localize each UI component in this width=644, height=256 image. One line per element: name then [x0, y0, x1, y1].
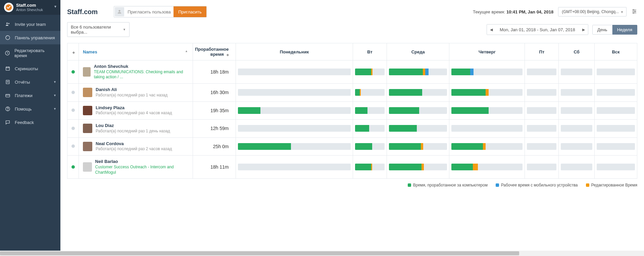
view-day-button[interactable]: День [592, 25, 612, 35]
date-next-button[interactable]: ▶ [579, 25, 588, 35]
sidebar-item-1[interactable]: Панель управления [0, 31, 60, 44]
day-cell[interactable] [387, 156, 449, 179]
day-cell[interactable] [594, 120, 637, 137]
day-cell[interactable] [559, 60, 594, 84]
time-bar [561, 143, 592, 150]
day-cell[interactable] [449, 120, 525, 137]
time-bar [451, 143, 523, 150]
sidebar-item-4[interactable]: Отчёты▼ [0, 75, 60, 89]
day-cell[interactable] [594, 137, 637, 155]
day-cell[interactable] [525, 60, 559, 84]
day-cell[interactable] [353, 60, 387, 84]
day-cell[interactable] [449, 137, 525, 155]
day-cell[interactable] [525, 84, 559, 101]
day-cell[interactable] [559, 137, 594, 155]
time-bar [451, 69, 523, 75]
sidebar-item-5[interactable]: Платежи▼ [0, 89, 60, 102]
day-cell[interactable] [387, 120, 449, 137]
day-cell[interactable] [236, 101, 353, 119]
time-bar [238, 164, 351, 170]
day-cell[interactable] [559, 101, 594, 119]
scrollbar-thumb[interactable] [0, 251, 519, 255]
view-week-button[interactable]: Неделя [612, 25, 637, 35]
status-header[interactable]: ◆ [67, 43, 79, 60]
status-cell [67, 84, 79, 101]
user-cell[interactable]: Lindsey PlazaРаботал(а) последний раз 4 … [79, 101, 193, 119]
day-cell[interactable] [594, 60, 637, 84]
invite-button[interactable]: Пригласить [174, 6, 206, 17]
day-cell[interactable] [236, 60, 353, 84]
user-cell[interactable]: Anton ShevchukTEAM COMMUNICATIONS: Check… [79, 60, 193, 84]
day-cell[interactable] [525, 137, 559, 155]
time-bar [597, 125, 635, 132]
timezone-select[interactable]: (GMT+08:00) Beijing, Chongq... ▼ [558, 7, 627, 16]
day-cell[interactable] [236, 84, 353, 101]
day-cell[interactable] [236, 156, 353, 179]
date-prev-button[interactable]: ◀ [487, 25, 496, 35]
time-bar [389, 164, 447, 170]
nav-icon [5, 21, 11, 27]
day-cell[interactable] [559, 120, 594, 137]
day-cell[interactable] [594, 156, 637, 179]
user-filter-select[interactable]: Все 6 пользователи выбра... ▼ [67, 22, 130, 37]
brand-logo [4, 3, 13, 12]
chevron-down-icon: ▼ [53, 94, 56, 97]
brand-title: Staff.com [16, 3, 43, 8]
date-range[interactable]: Mon, Jan 01, 2018 - Sun, Jan 07, 2018 [496, 27, 579, 32]
sidebar-item-3[interactable]: Скриншоты [0, 62, 60, 75]
chevron-down-icon: ▼ [621, 10, 624, 14]
user-cell[interactable]: Lou DiazРаботал(а) последний раз 1 день … [79, 120, 193, 137]
time-bar [389, 143, 447, 150]
sidebar-item-2[interactable]: Редактировать время [0, 44, 60, 62]
time-bar [561, 89, 592, 96]
day-cell[interactable] [525, 120, 559, 137]
day-cell[interactable] [594, 101, 637, 119]
avatar [83, 142, 92, 151]
names-header[interactable]: Names▲ [79, 43, 193, 60]
day-cell[interactable] [449, 84, 525, 101]
status-dot [71, 165, 75, 169]
nav-label: Отчёты [15, 80, 30, 85]
invite-input[interactable] [125, 6, 174, 17]
user-cell[interactable]: Danish AliРаботал(а) последний раз 1 час… [79, 84, 193, 101]
sidebar-item-6[interactable]: Помощь▼ [0, 102, 60, 116]
day-cell[interactable] [353, 137, 387, 155]
day-cell[interactable] [353, 156, 387, 179]
day-cell[interactable] [449, 60, 525, 84]
horizontal-scrollbar[interactable] [0, 251, 644, 256]
invite-box: Пригласить [114, 6, 207, 17]
settings-icon[interactable] [631, 8, 637, 15]
day-cell[interactable] [236, 137, 353, 155]
day-cell[interactable] [387, 60, 449, 84]
day-cell[interactable] [353, 101, 387, 119]
brand-header[interactable]: Staff.com Anton Shevchuk ▼ [0, 0, 60, 15]
view-toggle: День Неделя [592, 25, 637, 35]
day-cell[interactable] [449, 101, 525, 119]
nav-label: Скриншоты [15, 66, 38, 71]
day-cell[interactable] [559, 84, 594, 101]
sidebar-item-7[interactable]: Feedback [0, 116, 60, 129]
time-bar [355, 143, 385, 150]
day-cell[interactable] [559, 156, 594, 179]
sidebar-item-0[interactable]: Invite your team [0, 17, 60, 31]
day-cell[interactable] [387, 137, 449, 155]
day-cell[interactable] [353, 84, 387, 101]
day-cell[interactable] [353, 120, 387, 137]
day-cell[interactable] [525, 101, 559, 119]
legend: Время, проработанное за компьютером Рабо… [60, 179, 644, 191]
timesheet-table: ◆ Names▲ Проработанное время ◆ Понедельн… [67, 43, 637, 179]
user-cell[interactable]: Neil BarlaoCustomer Success Outreach - I… [79, 156, 193, 179]
day-cell[interactable] [387, 84, 449, 101]
legend-edited: Редактированное Время [586, 183, 637, 187]
time-header[interactable]: Проработанное время ◆ [193, 43, 236, 60]
day-cell[interactable] [387, 101, 449, 119]
time-cell: 25h 0m [193, 137, 236, 155]
avatar [83, 124, 92, 133]
user-cell[interactable]: Neal CordovaРаботал(а) последний раз 2 ч… [79, 137, 193, 155]
day-cell[interactable] [449, 156, 525, 179]
time-bar [238, 125, 351, 132]
day-cell[interactable] [594, 84, 637, 101]
day-cell[interactable] [525, 156, 559, 179]
day-cell[interactable] [236, 120, 353, 137]
svg-point-21 [633, 12, 634, 13]
